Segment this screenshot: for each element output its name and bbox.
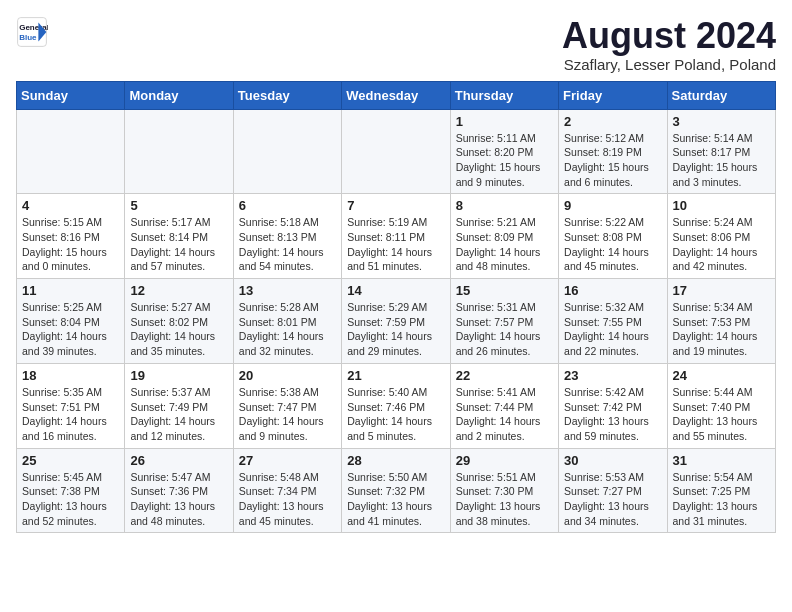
calendar-week-1: 1Sunrise: 5:11 AM Sunset: 8:20 PM Daylig…	[17, 109, 776, 194]
day-detail: Sunrise: 5:32 AM Sunset: 7:55 PM Dayligh…	[564, 300, 661, 359]
calendar-cell: 2Sunrise: 5:12 AM Sunset: 8:19 PM Daylig…	[559, 109, 667, 194]
calendar-cell: 15Sunrise: 5:31 AM Sunset: 7:57 PM Dayli…	[450, 279, 558, 364]
calendar-cell: 21Sunrise: 5:40 AM Sunset: 7:46 PM Dayli…	[342, 363, 450, 448]
day-detail: Sunrise: 5:50 AM Sunset: 7:32 PM Dayligh…	[347, 470, 444, 529]
day-number: 15	[456, 283, 553, 298]
day-number: 2	[564, 114, 661, 129]
day-number: 6	[239, 198, 336, 213]
day-detail: Sunrise: 5:28 AM Sunset: 8:01 PM Dayligh…	[239, 300, 336, 359]
calendar-cell: 20Sunrise: 5:38 AM Sunset: 7:47 PM Dayli…	[233, 363, 341, 448]
day-number: 7	[347, 198, 444, 213]
day-number: 23	[564, 368, 661, 383]
page-header: General Blue August 2024 Szaflary, Lesse…	[16, 16, 776, 73]
day-detail: Sunrise: 5:22 AM Sunset: 8:08 PM Dayligh…	[564, 215, 661, 274]
calendar-cell: 4Sunrise: 5:15 AM Sunset: 8:16 PM Daylig…	[17, 194, 125, 279]
day-number: 26	[130, 453, 227, 468]
day-detail: Sunrise: 5:42 AM Sunset: 7:42 PM Dayligh…	[564, 385, 661, 444]
day-number: 11	[22, 283, 119, 298]
day-detail: Sunrise: 5:11 AM Sunset: 8:20 PM Dayligh…	[456, 131, 553, 190]
day-number: 25	[22, 453, 119, 468]
day-detail: Sunrise: 5:41 AM Sunset: 7:44 PM Dayligh…	[456, 385, 553, 444]
title-block: August 2024 Szaflary, Lesser Poland, Pol…	[562, 16, 776, 73]
day-detail: Sunrise: 5:14 AM Sunset: 8:17 PM Dayligh…	[673, 131, 770, 190]
calendar-cell	[125, 109, 233, 194]
day-number: 22	[456, 368, 553, 383]
day-number: 13	[239, 283, 336, 298]
calendar-body: 1Sunrise: 5:11 AM Sunset: 8:20 PM Daylig…	[17, 109, 776, 533]
day-number: 1	[456, 114, 553, 129]
day-detail: Sunrise: 5:45 AM Sunset: 7:38 PM Dayligh…	[22, 470, 119, 529]
weekday-saturday: Saturday	[667, 81, 775, 109]
calendar-cell: 28Sunrise: 5:50 AM Sunset: 7:32 PM Dayli…	[342, 448, 450, 533]
day-detail: Sunrise: 5:38 AM Sunset: 7:47 PM Dayligh…	[239, 385, 336, 444]
calendar-cell: 13Sunrise: 5:28 AM Sunset: 8:01 PM Dayli…	[233, 279, 341, 364]
day-detail: Sunrise: 5:51 AM Sunset: 7:30 PM Dayligh…	[456, 470, 553, 529]
day-detail: Sunrise: 5:18 AM Sunset: 8:13 PM Dayligh…	[239, 215, 336, 274]
calendar-week-5: 25Sunrise: 5:45 AM Sunset: 7:38 PM Dayli…	[17, 448, 776, 533]
day-detail: Sunrise: 5:48 AM Sunset: 7:34 PM Dayligh…	[239, 470, 336, 529]
calendar-cell: 7Sunrise: 5:19 AM Sunset: 8:11 PM Daylig…	[342, 194, 450, 279]
day-number: 24	[673, 368, 770, 383]
calendar-cell: 24Sunrise: 5:44 AM Sunset: 7:40 PM Dayli…	[667, 363, 775, 448]
calendar-week-3: 11Sunrise: 5:25 AM Sunset: 8:04 PM Dayli…	[17, 279, 776, 364]
calendar-cell: 31Sunrise: 5:54 AM Sunset: 7:25 PM Dayli…	[667, 448, 775, 533]
day-detail: Sunrise: 5:47 AM Sunset: 7:36 PM Dayligh…	[130, 470, 227, 529]
day-detail: Sunrise: 5:37 AM Sunset: 7:49 PM Dayligh…	[130, 385, 227, 444]
day-detail: Sunrise: 5:40 AM Sunset: 7:46 PM Dayligh…	[347, 385, 444, 444]
calendar-cell: 8Sunrise: 5:21 AM Sunset: 8:09 PM Daylig…	[450, 194, 558, 279]
day-detail: Sunrise: 5:35 AM Sunset: 7:51 PM Dayligh…	[22, 385, 119, 444]
day-number: 17	[673, 283, 770, 298]
calendar-cell: 14Sunrise: 5:29 AM Sunset: 7:59 PM Dayli…	[342, 279, 450, 364]
day-detail: Sunrise: 5:54 AM Sunset: 7:25 PM Dayligh…	[673, 470, 770, 529]
day-detail: Sunrise: 5:21 AM Sunset: 8:09 PM Dayligh…	[456, 215, 553, 274]
calendar-cell: 1Sunrise: 5:11 AM Sunset: 8:20 PM Daylig…	[450, 109, 558, 194]
weekday-friday: Friday	[559, 81, 667, 109]
day-detail: Sunrise: 5:12 AM Sunset: 8:19 PM Dayligh…	[564, 131, 661, 190]
calendar-cell: 9Sunrise: 5:22 AM Sunset: 8:08 PM Daylig…	[559, 194, 667, 279]
logo: General Blue	[16, 16, 48, 48]
day-number: 8	[456, 198, 553, 213]
calendar-cell: 27Sunrise: 5:48 AM Sunset: 7:34 PM Dayli…	[233, 448, 341, 533]
day-detail: Sunrise: 5:34 AM Sunset: 7:53 PM Dayligh…	[673, 300, 770, 359]
calendar-cell: 5Sunrise: 5:17 AM Sunset: 8:14 PM Daylig…	[125, 194, 233, 279]
logo-icon: General Blue	[16, 16, 48, 48]
day-number: 31	[673, 453, 770, 468]
calendar-week-2: 4Sunrise: 5:15 AM Sunset: 8:16 PM Daylig…	[17, 194, 776, 279]
calendar-cell: 10Sunrise: 5:24 AM Sunset: 8:06 PM Dayli…	[667, 194, 775, 279]
day-detail: Sunrise: 5:27 AM Sunset: 8:02 PM Dayligh…	[130, 300, 227, 359]
weekday-tuesday: Tuesday	[233, 81, 341, 109]
calendar-table: SundayMondayTuesdayWednesdayThursdayFrid…	[16, 81, 776, 534]
calendar-cell	[17, 109, 125, 194]
day-detail: Sunrise: 5:31 AM Sunset: 7:57 PM Dayligh…	[456, 300, 553, 359]
day-detail: Sunrise: 5:53 AM Sunset: 7:27 PM Dayligh…	[564, 470, 661, 529]
calendar-cell: 11Sunrise: 5:25 AM Sunset: 8:04 PM Dayli…	[17, 279, 125, 364]
calendar-cell: 19Sunrise: 5:37 AM Sunset: 7:49 PM Dayli…	[125, 363, 233, 448]
weekday-monday: Monday	[125, 81, 233, 109]
day-number: 27	[239, 453, 336, 468]
day-detail: Sunrise: 5:29 AM Sunset: 7:59 PM Dayligh…	[347, 300, 444, 359]
calendar-cell: 23Sunrise: 5:42 AM Sunset: 7:42 PM Dayli…	[559, 363, 667, 448]
weekday-sunday: Sunday	[17, 81, 125, 109]
day-detail: Sunrise: 5:25 AM Sunset: 8:04 PM Dayligh…	[22, 300, 119, 359]
month-title: August 2024	[562, 16, 776, 56]
day-number: 4	[22, 198, 119, 213]
location-subtitle: Szaflary, Lesser Poland, Poland	[562, 56, 776, 73]
svg-text:Blue: Blue	[19, 33, 37, 42]
calendar-cell	[342, 109, 450, 194]
calendar-cell: 30Sunrise: 5:53 AM Sunset: 7:27 PM Dayli…	[559, 448, 667, 533]
calendar-cell: 16Sunrise: 5:32 AM Sunset: 7:55 PM Dayli…	[559, 279, 667, 364]
day-number: 10	[673, 198, 770, 213]
calendar-cell: 26Sunrise: 5:47 AM Sunset: 7:36 PM Dayli…	[125, 448, 233, 533]
day-number: 18	[22, 368, 119, 383]
day-detail: Sunrise: 5:44 AM Sunset: 7:40 PM Dayligh…	[673, 385, 770, 444]
calendar-cell: 25Sunrise: 5:45 AM Sunset: 7:38 PM Dayli…	[17, 448, 125, 533]
weekday-wednesday: Wednesday	[342, 81, 450, 109]
day-number: 30	[564, 453, 661, 468]
weekday-header-row: SundayMondayTuesdayWednesdayThursdayFrid…	[17, 81, 776, 109]
day-number: 19	[130, 368, 227, 383]
calendar-week-4: 18Sunrise: 5:35 AM Sunset: 7:51 PM Dayli…	[17, 363, 776, 448]
calendar-cell: 17Sunrise: 5:34 AM Sunset: 7:53 PM Dayli…	[667, 279, 775, 364]
day-number: 14	[347, 283, 444, 298]
day-number: 16	[564, 283, 661, 298]
calendar-cell: 12Sunrise: 5:27 AM Sunset: 8:02 PM Dayli…	[125, 279, 233, 364]
